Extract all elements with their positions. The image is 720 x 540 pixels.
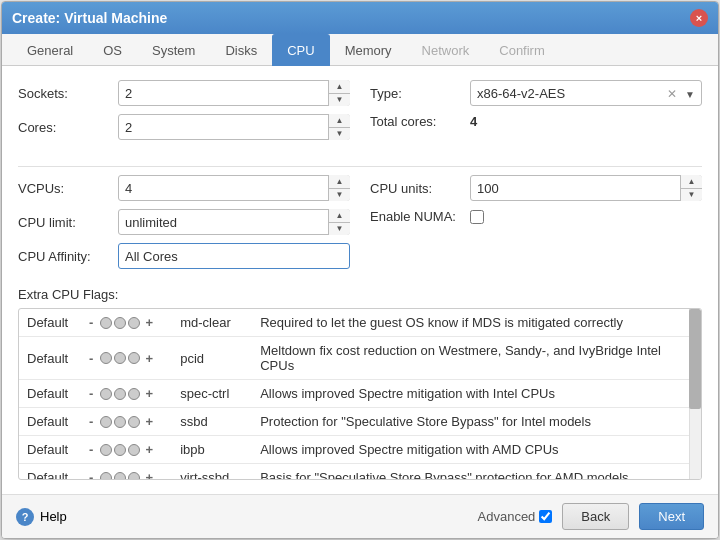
dot-2-2 (128, 388, 140, 400)
dialog-footer: ? Help Advanced Back Next (2, 494, 718, 538)
cpu-units-control: ▲ ▼ (470, 175, 702, 201)
cpu-units-decrement[interactable]: ▼ (681, 189, 702, 202)
tab-disks[interactable]: Disks (210, 34, 272, 66)
enable-numa-control (470, 210, 484, 224)
cpu-affinity-row: CPU Affinity: (18, 243, 350, 269)
create-vm-dialog: Create: Virtual Machine × General OS Sys… (1, 1, 719, 539)
flag-name-5: virt-ssbd (172, 464, 252, 481)
flag-desc-1: Meltdown fix cost reduction on Westmere,… (252, 337, 701, 380)
type-clear-icon[interactable]: ✕ (667, 87, 677, 101)
flag-plus-5[interactable]: + (142, 470, 156, 480)
dot-1-5 (114, 472, 126, 481)
dot-0-2 (100, 388, 112, 400)
advanced-checkbox[interactable] (539, 510, 552, 523)
sockets-decrement[interactable]: ▼ (329, 94, 350, 107)
dot-2-4 (128, 444, 140, 456)
flag-plus-3[interactable]: + (142, 414, 156, 429)
flag-name-0: md-clear (172, 309, 252, 337)
sockets-control: ▲ ▼ (118, 80, 350, 106)
tab-network: Network (407, 34, 485, 66)
sockets-increment[interactable]: ▲ (329, 80, 350, 94)
help-label: Help (40, 509, 67, 524)
vcpus-input[interactable] (118, 175, 350, 201)
total-cores-label: Total cores: (370, 114, 470, 129)
flag-dots-3 (100, 416, 140, 428)
type-control: x86-64-v2-AES ✕ ▼ (470, 80, 702, 106)
top-form-grid: Sockets: ▲ ▼ Cores: ▲ (18, 80, 702, 148)
flag-toggle-5[interactable]: - + (76, 464, 172, 481)
tab-bar: General OS System Disks CPU Memory Netwo… (2, 34, 718, 66)
tab-general[interactable]: General (12, 34, 88, 66)
cpu-affinity-input[interactable] (118, 243, 350, 269)
back-button[interactable]: Back (562, 503, 629, 530)
help-icon[interactable]: ? (16, 508, 34, 526)
title-bar: Create: Virtual Machine × (2, 2, 718, 34)
flag-desc-5: Basis for "Speculative Store Bypass" pro… (252, 464, 701, 481)
flag-minus-4[interactable]: - (84, 442, 98, 457)
dot-0-4 (100, 444, 112, 456)
flag-minus-3[interactable]: - (84, 414, 98, 429)
flag-toggle-4[interactable]: - + (76, 436, 172, 464)
next-button[interactable]: Next (639, 503, 704, 530)
cpu-units-input[interactable] (470, 175, 702, 201)
type-select[interactable]: x86-64-v2-AES ✕ ▼ (470, 80, 702, 106)
cores-control: ▲ ▼ (118, 114, 350, 140)
cpu-limit-decrement[interactable]: ▼ (329, 223, 350, 236)
extra-flags-label: Extra CPU Flags: (18, 287, 702, 302)
cores-increment[interactable]: ▲ (329, 114, 350, 128)
tab-memory[interactable]: Memory (330, 34, 407, 66)
dot-1-3 (114, 416, 126, 428)
flag-desc-0: Required to let the guest OS know if MDS… (252, 309, 701, 337)
table-row: Default - + ibpb Allows improved Spectre… (19, 436, 701, 464)
flag-name-3: ssbd (172, 408, 252, 436)
cpu-units-row: CPU units: ▲ ▼ (370, 175, 702, 201)
flags-table: Default - + md-clear Required to let the… (19, 309, 701, 480)
flag-name-1: pcid (172, 337, 252, 380)
dot-2-0 (128, 317, 140, 329)
flag-minus-1[interactable]: - (84, 351, 98, 366)
vcpus-spinner: ▲ ▼ (328, 175, 350, 201)
flag-minus-5[interactable]: - (84, 470, 98, 480)
flag-toggle-3[interactable]: - + (76, 408, 172, 436)
flag-plus-0[interactable]: + (142, 315, 156, 330)
flag-minus-2[interactable]: - (84, 386, 98, 401)
flag-toggle-0[interactable]: - + (76, 309, 172, 337)
divider-1 (18, 166, 702, 167)
close-button[interactable]: × (690, 9, 708, 27)
flag-toggle-2[interactable]: - + (76, 380, 172, 408)
cpu-affinity-label: CPU Affinity: (18, 249, 118, 264)
cpu-limit-input[interactable] (118, 209, 350, 235)
flag-plus-2[interactable]: + (142, 386, 156, 401)
vcpus-decrement[interactable]: ▼ (329, 189, 350, 202)
cores-input[interactable] (118, 114, 350, 140)
flag-plus-4[interactable]: + (142, 442, 156, 457)
flag-minus-0[interactable]: - (84, 315, 98, 330)
dot-0-3 (100, 416, 112, 428)
cpu-units-increment[interactable]: ▲ (681, 175, 702, 189)
cpu-limit-control: ▲ ▼ (118, 209, 350, 235)
flag-plus-1[interactable]: + (142, 351, 156, 366)
flag-desc-3: Protection for "Speculative Store Bypass… (252, 408, 701, 436)
vcpus-increment[interactable]: ▲ (329, 175, 350, 189)
tab-system[interactable]: System (137, 34, 210, 66)
dot-2-5 (128, 472, 140, 481)
type-value: x86-64-v2-AES (477, 86, 565, 101)
scrollbar-track[interactable] (689, 309, 701, 479)
advanced-container: Advanced (478, 509, 553, 524)
cores-spinner: ▲ ▼ (328, 114, 350, 140)
cpu-limit-increment[interactable]: ▲ (329, 209, 350, 223)
tab-os[interactable]: OS (88, 34, 137, 66)
type-dropdown-icon[interactable]: ▼ (685, 89, 695, 100)
cores-label: Cores: (18, 120, 118, 135)
table-row: Default - + ssbd Protection for "Specula… (19, 408, 701, 436)
cores-decrement[interactable]: ▼ (329, 128, 350, 141)
flag-toggle-1[interactable]: - + (76, 337, 172, 380)
footer-right: Advanced Back Next (478, 503, 704, 530)
scrollbar-thumb[interactable] (689, 309, 701, 409)
cpu-limit-label: CPU limit: (18, 215, 118, 230)
sockets-input[interactable] (118, 80, 350, 106)
enable-numa-checkbox[interactable] (470, 210, 484, 224)
tab-cpu[interactable]: CPU (272, 34, 329, 66)
enable-numa-label: Enable NUMA: (370, 209, 470, 224)
flag-dots-4 (100, 444, 140, 456)
